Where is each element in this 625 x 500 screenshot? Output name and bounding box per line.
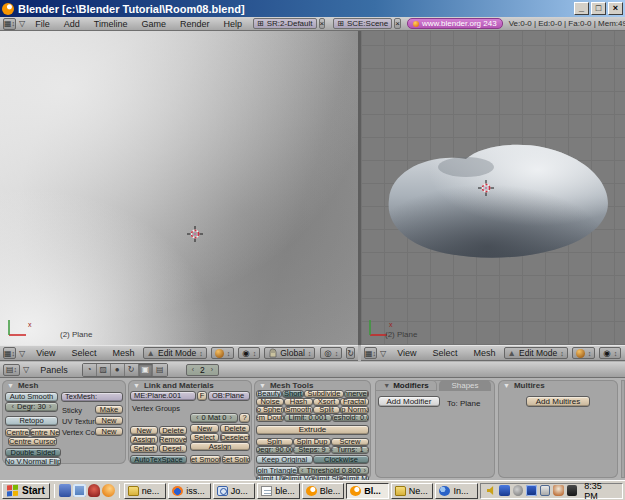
vgroup-remove-button[interactable]: Remove — [159, 435, 187, 444]
select-menu[interactable]: Select — [425, 348, 466, 358]
xsort-button[interactable]: Xsort — [313, 398, 340, 406]
split-button[interactable]: Split — [313, 406, 340, 414]
join-threshold-field[interactable]: Threshold 0.800 — [298, 466, 369, 475]
limit-field[interactable]: Limit: 0.001 — [284, 414, 332, 422]
quick-launch-icon[interactable] — [88, 484, 100, 497]
turns-field[interactable]: Turns: 1 — [331, 446, 369, 454]
tray-icon[interactable] — [499, 485, 509, 496]
tray-icon[interactable] — [513, 485, 523, 496]
header-collapse-icon[interactable]: ▽ — [377, 349, 389, 358]
material-help-button[interactable]: ? — [239, 413, 250, 423]
pivot-dropdown[interactable]: ◉↕ — [238, 347, 260, 359]
fake-user-button[interactable]: F — [197, 391, 207, 401]
editor-type-icon[interactable]: ▦↕ — [364, 347, 377, 359]
taskbar-task[interactable]: In... — [435, 483, 478, 499]
logic-context-icon[interactable]: ◔ — [83, 364, 97, 376]
title-bar[interactable]: Blender [c:\Blender Tutorial\Room08.blen… — [0, 0, 625, 17]
menu-render[interactable]: Render — [173, 19, 217, 29]
steps-field[interactable]: Steps: 9 — [293, 446, 331, 454]
to-sphere-button[interactable]: To Sphere — [256, 406, 284, 414]
select-menu[interactable]: Select — [64, 348, 105, 358]
scene-name[interactable]: SCE:Scene — [347, 19, 388, 28]
drawtype-dropdown[interactable]: ↕ — [572, 347, 596, 359]
centre-button[interactable]: Centre — [5, 428, 30, 437]
multires-panel-header[interactable]: ▼ Multires — [498, 380, 618, 391]
join-triangles-toggle[interactable]: Join Triangles — [256, 466, 298, 475]
degr-field[interactable]: Degr: 30 — [5, 402, 58, 412]
vgroup-delete-button[interactable]: Delete — [159, 426, 187, 435]
camera-tray-icon[interactable] — [567, 485, 577, 496]
taskbar-task[interactable]: iss... — [168, 483, 211, 499]
screen-name[interactable]: SR:2-Default — [267, 19, 313, 28]
centre-new-button[interactable]: Centre New — [30, 428, 60, 437]
rem-double-button[interactable]: Rem Double — [256, 414, 284, 422]
mesh-object[interactable] — [371, 137, 616, 265]
material-index-field[interactable]: 0 Mat 0 — [190, 413, 238, 423]
tray-icon[interactable] — [526, 485, 536, 496]
taskbar-task[interactable]: ne... — [124, 483, 167, 499]
mesh-menu[interactable]: Mesh — [105, 348, 143, 358]
extrude-button[interactable]: Extrude — [256, 425, 369, 435]
flip-normals-button[interactable]: Flip Normals — [340, 406, 369, 414]
add-multires-button[interactable]: Add Multires — [526, 396, 590, 407]
editing-context-icon[interactable]: ▣ — [139, 364, 153, 376]
menu-file[interactable]: File — [28, 19, 57, 29]
vgroup-select-button[interactable]: Select — [130, 444, 158, 453]
material-new-button[interactable]: New — [190, 424, 219, 433]
smooth-button[interactable]: Smooth — [284, 406, 313, 414]
browse-icon[interactable]: ⊞ — [257, 19, 264, 28]
auto-smooth-toggle[interactable]: Auto Smooth — [5, 392, 58, 402]
taskbar-task-active[interactable]: Bl... — [346, 483, 389, 499]
header-collapse-icon[interactable]: ▽ — [16, 19, 28, 28]
short-toggle[interactable]: Short — [282, 390, 304, 398]
scene-delete-button[interactable]: × — [394, 18, 401, 29]
material-delete-button[interactable]: Delete — [220, 424, 250, 433]
editor-type-icon[interactable]: ▦↕ — [3, 347, 16, 359]
degr-spin-field[interactable]: Degr: 90.00 — [256, 446, 293, 454]
panel-collapse-icon[interactable]: ▼ — [133, 382, 140, 389]
spin-dup-button[interactable]: Spin Dup — [293, 438, 331, 446]
menu-help[interactable]: Help — [216, 19, 249, 29]
menu-add[interactable]: Add — [57, 19, 87, 29]
menu-game[interactable]: Game — [134, 19, 173, 29]
taskbar-task[interactable]: Ne... — [391, 483, 434, 499]
tray-icon[interactable] — [553, 485, 563, 496]
header-collapse-icon[interactable]: ▽ — [20, 365, 32, 374]
taskbar-task[interactable]: Jo... — [213, 483, 256, 499]
keep-original-toggle[interactable]: Keep Original — [256, 455, 313, 464]
panels-menu[interactable]: Panels — [32, 365, 76, 375]
add-modifier-button[interactable]: Add Modifier — [378, 396, 440, 407]
snap-icon[interactable]: ↻ — [346, 347, 355, 359]
close-button[interactable]: × — [608, 2, 623, 15]
link-panel-header[interactable]: ▼ Link and Materials — [128, 380, 252, 391]
beauty-toggle[interactable]: Beauty — [256, 390, 282, 398]
mesh-panel-header[interactable]: ▼ Mesh — [2, 380, 126, 391]
double-sided-toggle[interactable]: Double Sided — [5, 448, 61, 457]
minimize-button[interactable]: _ — [574, 2, 589, 15]
drawtype-dropdown[interactable]: ↕ — [211, 347, 235, 359]
browse-icon[interactable]: ⊞ — [337, 19, 344, 28]
vgroup-assign-button[interactable]: Assign — [130, 435, 158, 444]
tray-icon[interactable] — [540, 485, 551, 496]
quick-launch-icon[interactable] — [73, 484, 85, 497]
centre-cursor-button[interactable]: Centre Cursor — [8, 437, 57, 446]
restore-button[interactable]: □ — [591, 2, 606, 15]
scene-datablock-field[interactable]: ⊞ SCE:Scene — [333, 18, 392, 29]
vgroup-new-button[interactable]: New — [130, 426, 158, 435]
show-desktop-icon[interactable] — [59, 484, 71, 497]
screen-delete-button[interactable]: × — [319, 18, 326, 29]
make-sticky-button[interactable]: Make — [95, 405, 123, 414]
mesh-menu[interactable]: Mesh — [466, 348, 504, 358]
clock[interactable]: 8:35 PM — [584, 481, 616, 500]
set-solid-button[interactable]: Set Solid — [222, 455, 250, 464]
panel-collapse-icon[interactable]: ▼ — [7, 382, 14, 389]
taskbar-task[interactable]: ble... — [257, 483, 300, 499]
pivot-dropdown[interactable]: ◉↕ — [599, 347, 621, 359]
vgroup-deselect-button[interactable]: Desel. — [159, 444, 187, 453]
clockwise-toggle[interactable]: Clockwise — [313, 455, 369, 464]
screw-button[interactable]: Screw — [331, 438, 369, 446]
header-collapse-icon[interactable]: ▽ — [16, 349, 28, 358]
fractal-button[interactable]: Fractal — [340, 398, 369, 406]
script-context-icon[interactable]: ▨ — [97, 364, 111, 376]
panel-collapse-icon[interactable]: ▼ — [383, 382, 390, 389]
